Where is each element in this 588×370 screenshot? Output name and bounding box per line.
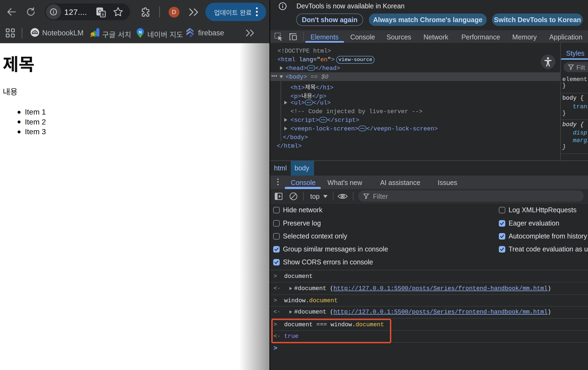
svg-text:x: x <box>102 12 104 16</box>
svg-text:N: N <box>139 30 142 34</box>
